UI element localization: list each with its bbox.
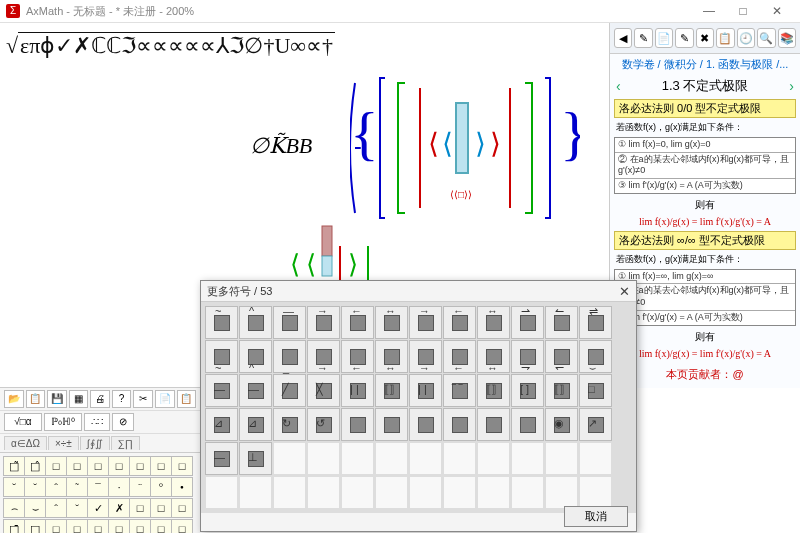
symbol-cell[interactable] — [375, 408, 408, 441]
tab-operators[interactable]: ×÷± — [48, 436, 79, 450]
palette-cell[interactable]: □ — [108, 456, 130, 476]
symbol-cell[interactable] — [443, 408, 476, 441]
palette-cell[interactable]: □ — [150, 519, 172, 533]
paste-icon[interactable]: 📋 — [26, 390, 46, 408]
palette-cell[interactable]: □̂ — [24, 456, 46, 476]
open-icon[interactable]: 📂 — [4, 390, 24, 408]
symbol-cell[interactable]: ~ — [205, 340, 238, 373]
palette-cell[interactable]: □̄ — [3, 519, 25, 533]
palette-cell[interactable]: □ — [87, 456, 109, 476]
symbol-cell[interactable]: → — [307, 340, 340, 373]
symbol-cell[interactable]: ⟦⟧ — [375, 374, 408, 407]
side-delete-icon[interactable]: ✖ — [696, 28, 714, 48]
palette-cell[interactable]: ˆ — [45, 477, 67, 497]
symbol-cell[interactable]: ⇁ — [511, 340, 544, 373]
side-pencil-icon[interactable]: ✎ — [675, 28, 693, 48]
bracket-structure-large[interactable]: { } ⟨ ⟩ ⟨ ⟩ ⟨⟨□⟩⟩ — [350, 73, 580, 223]
symbol-cell[interactable]: ↽ — [545, 340, 578, 373]
side-clipboard-icon[interactable]: 📋 — [716, 28, 734, 48]
palette-cell[interactable]: □ — [87, 519, 109, 533]
palette-cell[interactable]: ° — [150, 477, 172, 497]
palette-cell[interactable]: ˇ — [24, 477, 46, 497]
palette-cell[interactable]: ⌢ — [3, 498, 25, 518]
symbol-cell[interactable]: ⊿ — [239, 408, 272, 441]
tab-greek[interactable]: α∈ΔΩ — [4, 436, 47, 450]
template-circle-button[interactable]: ⊘ — [112, 413, 134, 431]
symbol-cell[interactable]: ⊿ — [205, 408, 238, 441]
palette-cell[interactable]: □ — [66, 519, 88, 533]
side-library-icon[interactable]: 📚 — [778, 28, 796, 48]
template-radical-button[interactable]: √□α — [4, 413, 42, 431]
palette-cell[interactable]: □̱ — [24, 519, 46, 533]
symbol-cell[interactable]: | | — [409, 374, 442, 407]
palette-cell[interactable]: · — [108, 477, 130, 497]
symbol-cell[interactable]: ← — [443, 306, 476, 339]
symbol-cell[interactable]: → — [409, 340, 442, 373]
symbol-cell[interactable]: ← — [341, 340, 374, 373]
symbol-cell[interactable]: ⇌ — [579, 306, 612, 339]
symbol-cell[interactable]: ⌣ — [579, 340, 612, 373]
side-search-icon[interactable]: 🔍 — [757, 28, 775, 48]
grid-icon[interactable]: ▦ — [69, 390, 89, 408]
palette-cell[interactable]: □̃ — [3, 456, 25, 476]
symbol-cell[interactable] — [409, 408, 442, 441]
symbol-cell[interactable]: — — [273, 306, 306, 339]
template-dots-button[interactable]: ∴∷ — [84, 413, 110, 431]
symbol-cell[interactable]: ╱ — [273, 374, 306, 407]
symbol-cell[interactable]: ← — [443, 340, 476, 373]
minimize-button[interactable]: — — [692, 4, 726, 18]
palette-cell[interactable]: □ — [171, 498, 193, 518]
cut-icon[interactable]: ✂ — [133, 390, 153, 408]
template-script-button[interactable]: ℙ₀ℍ⁰ — [44, 413, 82, 431]
symbol-cell[interactable]: ⟦⟧ — [545, 374, 578, 407]
palette-cell[interactable]: □ — [171, 519, 193, 533]
side-nav-back-icon[interactable]: ◀ — [614, 28, 632, 48]
dialog-close-icon[interactable]: ✕ — [619, 284, 630, 299]
symbol-cell[interactable]: ◉ — [545, 408, 578, 441]
side-history-icon[interactable]: 🕘 — [737, 28, 755, 48]
palette-cell[interactable]: □ — [171, 456, 193, 476]
symbol-cell[interactable] — [341, 408, 374, 441]
breadcrumb[interactable]: 数学卷 / 微积分 / 1. 函数与极限 /... — [610, 54, 800, 75]
help-icon[interactable]: ? — [112, 390, 132, 408]
symbol-cell[interactable] — [511, 408, 544, 441]
palette-cell[interactable]: ˜ — [66, 477, 88, 497]
palette-cell[interactable]: □ — [150, 498, 172, 518]
symbol-cell[interactable]: → — [307, 306, 340, 339]
symbol-cell[interactable]: — — [205, 442, 238, 475]
symbol-cell[interactable]: ↼ — [545, 306, 578, 339]
side-edit-icon[interactable]: ✎ — [634, 28, 652, 48]
close-button[interactable]: ✕ — [760, 4, 794, 18]
symbol-cell[interactable]: ╳ — [307, 374, 340, 407]
palette-cell[interactable]: ¯ — [87, 477, 109, 497]
symbol-cell[interactable]: _ — [273, 340, 306, 373]
symbol-cell[interactable]: ⊥ — [239, 442, 272, 475]
formula-line-2[interactable]: ∅K̃BB — [250, 133, 312, 159]
symbol-cell[interactable]: ^ — [239, 340, 272, 373]
palette-cell[interactable]: □ — [129, 519, 151, 533]
palette-cell[interactable]: □ — [129, 498, 151, 518]
symbol-cell[interactable]: | | — [341, 374, 374, 407]
palette-cell[interactable]: ⌣ — [24, 498, 46, 518]
symbol-cell[interactable]: ↔ — [477, 306, 510, 339]
palette-cell[interactable]: □ — [129, 456, 151, 476]
formula-line-1[interactable]: √επϕ✓✗ℂℂℑ∝∝∝∝∝⅄ℑ∅†U∞∝† — [6, 33, 335, 59]
palette-cell[interactable]: ✗ — [108, 498, 130, 518]
next-section-icon[interactable]: › — [789, 78, 794, 94]
print-icon[interactable]: 🖨 — [90, 390, 110, 408]
palette-cell[interactable]: ¨ — [129, 477, 151, 497]
palette-cell[interactable]: □ — [108, 519, 130, 533]
symbol-cell[interactable]: ↔ — [477, 340, 510, 373]
symbol-cell[interactable]: ← — [341, 306, 374, 339]
maximize-button[interactable]: □ — [726, 4, 760, 18]
clipboard-icon[interactable]: 📋 — [177, 390, 197, 408]
palette-cell[interactable]: □ — [150, 456, 172, 476]
symbol-cell[interactable]: → — [409, 306, 442, 339]
copy-icon[interactable]: 📄 — [155, 390, 175, 408]
side-page-icon[interactable]: 📄 — [655, 28, 673, 48]
symbol-cell[interactable]: ↻ — [273, 408, 306, 441]
symbol-cell[interactable]: ↔ — [375, 340, 408, 373]
symbol-cell[interactable]: ⟦⟧ — [477, 374, 510, 407]
palette-cell[interactable]: • — [171, 477, 193, 497]
palette-cell[interactable]: □ — [66, 456, 88, 476]
